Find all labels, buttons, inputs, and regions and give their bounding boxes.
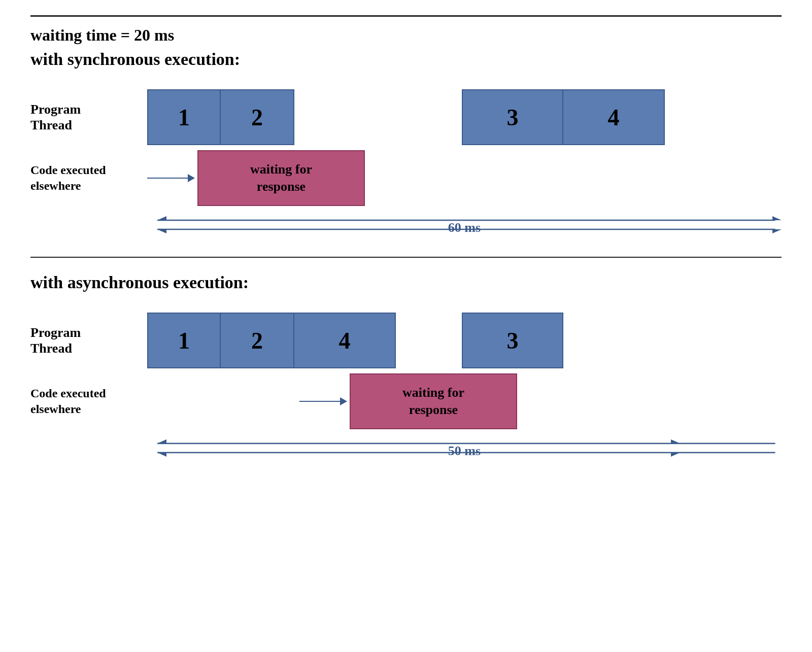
async-title: with asynchronous execution:: [30, 273, 782, 292]
waiting-time-label: waiting time = 20 ms: [30, 26, 782, 45]
sync-arrow-row: 60 ms: [30, 211, 782, 242]
async-code-row: Code executedelsewhere waiting for respo…: [30, 373, 782, 429]
section-divider: [30, 257, 782, 258]
async-section: with asynchronous execution: ProgramThre…: [30, 273, 782, 465]
async-arrow-row: 50 ms: [30, 434, 782, 465]
async-thread-label: ProgramThread: [30, 325, 147, 356]
sync-arrow-line: [147, 178, 188, 179]
sync-code-arrow: [147, 174, 195, 182]
async-arrowhead: [340, 397, 347, 405]
async-code-label: Code executedelsewhere: [30, 386, 147, 417]
async-block-4: 4: [294, 313, 396, 368]
svg-marker-5: [772, 229, 782, 233]
async-code-content: waiting for response: [147, 373, 517, 429]
sync-block-1: 1: [147, 89, 221, 145]
sync-diagram: ProgramThread 1 2 3 4: [30, 89, 782, 242]
sync-block-2: 2: [221, 89, 294, 145]
sync-code-content: waiting for response: [147, 150, 365, 206]
async-arrow-line: [299, 401, 340, 402]
async-ms-label: 50 ms: [448, 443, 481, 459]
sync-title: with synchronous execution:: [30, 50, 782, 69]
async-thread-blocks: 1 2 4 3: [147, 313, 782, 368]
async-code-arrow: [299, 397, 347, 405]
sync-double-arrow: 60 ms: [147, 211, 782, 242]
async-thread-row: ProgramThread 1 2 4 3: [30, 313, 782, 368]
async-block-1: 1: [147, 313, 221, 368]
sync-ms-label: 60 ms: [448, 220, 481, 235]
sync-block-3: 3: [462, 89, 563, 145]
sync-thread-row: ProgramThread 1 2 3 4: [30, 89, 782, 145]
async-block-2: 2: [221, 313, 294, 368]
async-block-3: 3: [462, 313, 563, 368]
sync-block-4: 4: [563, 89, 665, 145]
async-pink-block: waiting for response: [350, 373, 517, 429]
svg-marker-4: [772, 216, 782, 220]
async-diagram: ProgramThread 1 2 4 3: [30, 313, 782, 465]
async-double-arrow: 50 ms: [147, 434, 782, 465]
sync-code-row: Code executedelsewhere waiting for respo…: [30, 150, 782, 206]
sync-arrowhead: [188, 174, 195, 182]
sync-section: with synchronous execution: ProgramThrea…: [30, 50, 782, 242]
sync-thread-blocks: 1 2 3 4: [147, 89, 782, 145]
sync-code-label: Code executedelsewhere: [30, 162, 147, 194]
sync-thread-label: ProgramThread: [30, 101, 147, 133]
sync-pink-block: waiting for response: [197, 150, 365, 206]
top-section: waiting time = 20 ms: [30, 15, 782, 45]
